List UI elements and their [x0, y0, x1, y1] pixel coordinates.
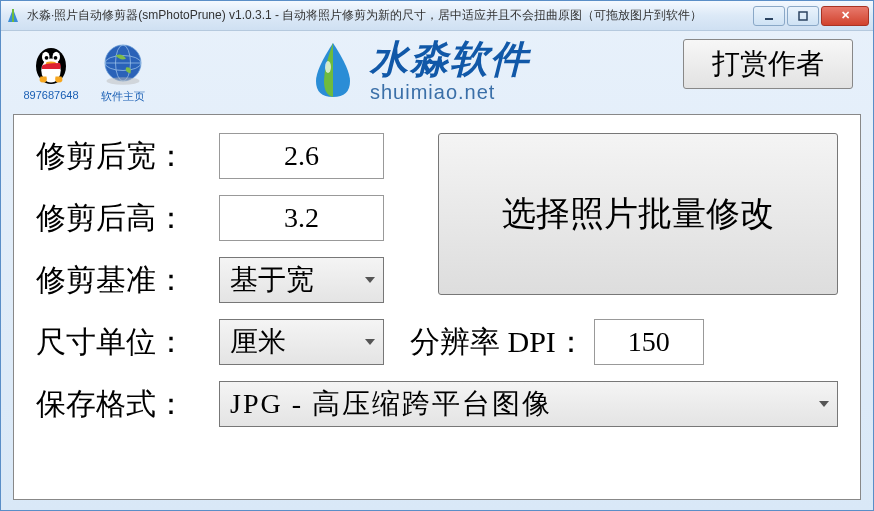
homepage-label: 软件主页: [101, 89, 145, 104]
row-unit: 尺寸单位： 厘米 分辨率 DPI：: [36, 319, 838, 365]
window-title: 水淼·照片自动修剪器(smPhotoPrune) v1.0.3.1 - 自动将照…: [27, 7, 753, 24]
svg-point-15: [325, 61, 331, 73]
basis-label: 修剪基准：: [36, 260, 211, 301]
height-label: 修剪后高：: [36, 198, 211, 239]
qq-number-label: 897687648: [23, 89, 78, 101]
donate-button[interactable]: 打赏作者: [683, 39, 853, 89]
main-panel: 选择照片批量修改 修剪后宽： 修剪后高： 修剪基准： 基于宽 尺寸单位： 厘米 …: [13, 114, 861, 500]
unit-label: 尺寸单位：: [36, 322, 211, 363]
unit-value: 厘米: [230, 323, 286, 361]
header-row: 897687648 软件主页 水淼软件 shu: [1, 31, 873, 104]
maximize-button[interactable]: [787, 6, 819, 26]
qq-link[interactable]: 897687648: [21, 39, 81, 101]
basis-select[interactable]: 基于宽: [219, 257, 384, 303]
format-select[interactable]: JPG - 高压缩跨平台图像: [219, 381, 838, 427]
svg-point-7: [54, 56, 58, 60]
row-format: 保存格式： JPG - 高压缩跨平台图像: [36, 381, 838, 427]
water-drop-icon: [306, 39, 360, 103]
homepage-link[interactable]: 软件主页: [93, 39, 153, 104]
titlebar: 水淼·照片自动修剪器(smPhotoPrune) v1.0.3.1 - 自动将照…: [1, 1, 873, 31]
dpi-input[interactable]: [594, 319, 704, 365]
width-input[interactable]: [219, 133, 384, 179]
svg-point-14: [107, 77, 140, 85]
brand-url: shuimiao.net: [370, 81, 530, 103]
brand-name-cn: 水淼软件: [370, 39, 530, 81]
dpi-label: 分辨率 DPI：: [410, 322, 586, 363]
brand-logo: 水淼软件 shuimiao.net: [165, 39, 671, 103]
format-value: JPG - 高压缩跨平台图像: [230, 385, 552, 423]
svg-rect-1: [799, 12, 807, 20]
window-controls: ✕: [753, 6, 869, 26]
svg-point-6: [45, 56, 49, 60]
minimize-button[interactable]: [753, 6, 785, 26]
qq-penguin-icon: [27, 39, 75, 87]
batch-process-button[interactable]: 选择照片批量修改: [438, 133, 838, 295]
format-label: 保存格式：: [36, 384, 211, 425]
app-icon: [5, 8, 21, 24]
app-window: 水淼·照片自动修剪器(smPhotoPrune) v1.0.3.1 - 自动将照…: [0, 0, 874, 511]
unit-select[interactable]: 厘米: [219, 319, 384, 365]
basis-value: 基于宽: [230, 261, 314, 299]
close-button[interactable]: ✕: [821, 6, 869, 26]
height-input[interactable]: [219, 195, 384, 241]
globe-icon: [99, 39, 147, 87]
width-label: 修剪后宽：: [36, 136, 211, 177]
